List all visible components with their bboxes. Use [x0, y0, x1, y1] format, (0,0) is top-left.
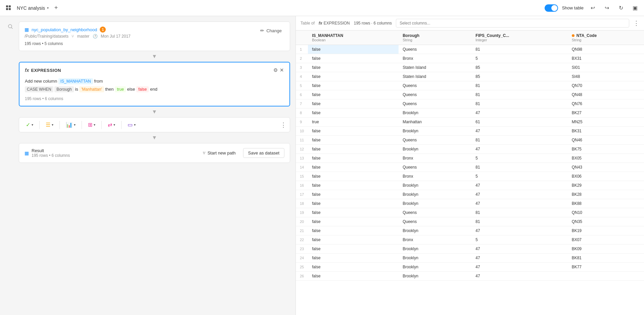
cell-borough: Brooklyn: [399, 263, 471, 272]
table-search[interactable]: [396, 19, 629, 28]
cell-nta: QN70: [568, 81, 644, 90]
table-row: 21falseBrooklyn47BK19: [296, 226, 644, 235]
source-path: /Public/Training/datasets: [25, 34, 68, 39]
pivot-button[interactable]: ⊞ ▾: [85, 120, 99, 130]
row-number: 18: [296, 199, 308, 208]
table-expr-badge: fx EXPRESSION: [319, 21, 350, 26]
table-fx-icon: fx: [319, 21, 322, 26]
output-button[interactable]: ▭ ▾: [124, 120, 139, 130]
toolbar-row: ✓ ▾ ☰ ▾ 📊 ▾ ⊞ ▾: [19, 117, 290, 132]
undo-button[interactable]: ↩: [588, 3, 598, 13]
cell-is-manhattan: false: [308, 235, 399, 244]
tab-label[interactable]: NYC analysis ▾: [17, 5, 49, 11]
svg-rect-1: [9, 5, 11, 7]
row-number: 10: [296, 127, 308, 136]
cell-fips: 47: [471, 226, 567, 235]
save-as-dataset-button[interactable]: Save as dataset: [243, 148, 284, 158]
expr-is-text: is: [75, 87, 79, 92]
cell-is-manhattan: false: [308, 272, 399, 281]
change-button[interactable]: ✏ Change: [258, 27, 284, 35]
table-row: 2falseBronx5BX31: [296, 54, 644, 63]
join-chevron: ▾: [113, 123, 115, 127]
cell-fips: 81: [471, 163, 567, 172]
toolbar-divider-3: [82, 121, 82, 129]
grid-icon[interactable]: [4, 3, 13, 13]
output-chevron: ▾: [134, 123, 136, 127]
expr-footer: 195 rows • 6 columns: [25, 96, 284, 101]
fx-icon: fx: [25, 68, 29, 73]
row-number: 9: [296, 118, 308, 127]
filter-chevron: ▾: [32, 123, 33, 127]
table-row: 20falseQueens81QN35: [296, 217, 644, 226]
toolbar-more-button[interactable]: ⋮: [280, 121, 286, 129]
row-number: 15: [296, 172, 308, 181]
redo-button[interactable]: ↪: [602, 3, 612, 13]
svg-line-5: [11, 28, 12, 29]
table-row: 12falseBrooklyn47BK75: [296, 145, 644, 154]
table-row: 3falseStaten Island85SI01: [296, 63, 644, 72]
refresh-button[interactable]: ↻: [616, 3, 626, 13]
expr-then-text: then: [105, 87, 115, 92]
cell-fips: 47: [471, 244, 567, 254]
cell-borough: Bronx: [399, 154, 471, 163]
add-tab-button[interactable]: +: [52, 4, 60, 12]
row-number: 26: [296, 272, 308, 281]
start-new-path-button[interactable]: ⑂ Start new path: [199, 148, 240, 158]
filter-button[interactable]: ✓ ▾: [22, 120, 37, 130]
cell-nta: QN48: [568, 90, 644, 99]
table-more-button[interactable]: ⋮: [633, 19, 639, 27]
row-number: 12: [296, 145, 308, 154]
cell-fips: 85: [471, 63, 567, 72]
show-table-toggle[interactable]: [545, 4, 558, 12]
sort-button[interactable]: ☰ ▾: [42, 120, 57, 130]
search-input[interactable]: [396, 19, 629, 28]
row-number: 3: [296, 63, 308, 72]
cell-nta: MN25: [568, 118, 644, 127]
source-branch-icon: ⑂: [72, 34, 74, 39]
expr-close-icon[interactable]: ✕: [280, 67, 284, 73]
cell-fips: 47: [471, 254, 567, 263]
cell-is-manhattan: false: [308, 136, 399, 145]
row-number: 2: [296, 54, 308, 63]
cell-borough: Brooklyn: [399, 127, 471, 136]
true-token: true: [115, 86, 126, 92]
result-header: ▦ Result 195 rows • 6 columns ⑂ Start ne…: [25, 148, 284, 158]
table-icon: ▦: [25, 27, 29, 32]
topbar: NYC analysis ▾ + Show table ↩ ↪ ↻ ▣: [0, 0, 644, 16]
data-table-wrapper: IS_MANHATTAN Boolean Borough String FIPS…: [296, 31, 644, 315]
start-path-label: Start new path: [208, 150, 236, 155]
source-date-icon: 🕐: [93, 34, 98, 39]
expr-column-label: column: [43, 79, 58, 84]
cell-nta: BK19: [568, 226, 644, 235]
join-button[interactable]: ⇄ ▾: [104, 120, 119, 130]
cell-nta: BX06: [568, 172, 644, 181]
cell-is-manhattan: false: [308, 163, 399, 172]
table-row: 17falseBrooklyn47BK28: [296, 190, 644, 199]
table-row: 23falseBrooklyn47BK09: [296, 244, 644, 254]
cell-nta: SI01: [568, 63, 644, 72]
cell-borough: Brooklyn: [399, 108, 471, 118]
expr-gear-icon[interactable]: ⚙: [273, 67, 278, 73]
col-header-fips: FIPS_County_C... Integer: [471, 31, 567, 45]
expr-from-text: from: [94, 79, 103, 84]
svg-rect-2: [6, 8, 8, 10]
cell-nta: QN98: [568, 45, 644, 54]
pencil-icon: ✏: [260, 28, 264, 33]
layout-button[interactable]: ▣: [630, 3, 640, 13]
join-icon: ⇄: [108, 122, 112, 128]
search-icon[interactable]: [5, 21, 15, 32]
cell-borough: Brooklyn: [399, 181, 471, 190]
start-path-icon: ⑂: [203, 150, 205, 155]
manhattan-token: 'Manhattan': [79, 86, 104, 92]
row-number: 17: [296, 190, 308, 199]
chart-button[interactable]: 📊 ▾: [62, 120, 79, 130]
cell-nta: [568, 272, 644, 281]
cell-borough: Brooklyn: [399, 254, 471, 263]
pivot-icon: ⊞: [88, 122, 92, 128]
cell-borough: Queens: [399, 45, 471, 54]
cell-is-manhattan: false: [308, 244, 399, 254]
cell-nta: QN46: [568, 136, 644, 145]
cell-fips: 81: [471, 99, 567, 108]
cell-nta: BX05: [568, 154, 644, 163]
cell-nta: QN35: [568, 217, 644, 226]
